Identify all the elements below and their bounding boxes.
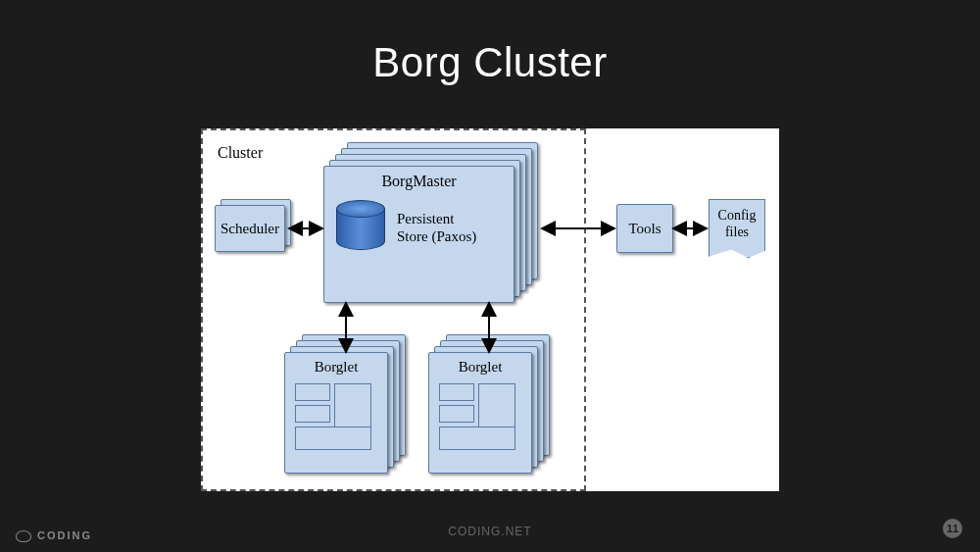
persistent-store-label: Persistent Store (Paxos) [397,210,476,245]
borglet-node-2: Borglet [428,334,556,481]
tools-node: Tools [616,204,673,253]
slide-title: Borg Cluster [0,0,980,86]
task-boxes-icon [435,383,525,458]
footer-url: CODING.NET [0,525,980,538]
database-icon [336,200,385,254]
borglet-2-label: Borglet [435,359,525,376]
task-boxes-icon [291,383,381,458]
scheduler-label: Scheduler [215,205,285,252]
borgmaster-title: BorgMaster [324,167,514,190]
architecture-diagram: Cluster Scheduler BorgMaster Persistent … [201,128,779,491]
cluster-label: Cluster [218,144,263,162]
page-number: 11 [943,519,962,538]
slide: Borg Cluster Cluster Scheduler BorgMaste… [0,0,980,552]
borglet-1-label: Borglet [291,359,381,376]
borgmaster-node: BorgMaster Persistent Store (Paxos) [323,142,544,304]
borglet-node-1: Borglet [284,334,412,481]
scheduler-node: Scheduler [215,205,291,256]
config-files-node: Config files [709,199,765,258]
